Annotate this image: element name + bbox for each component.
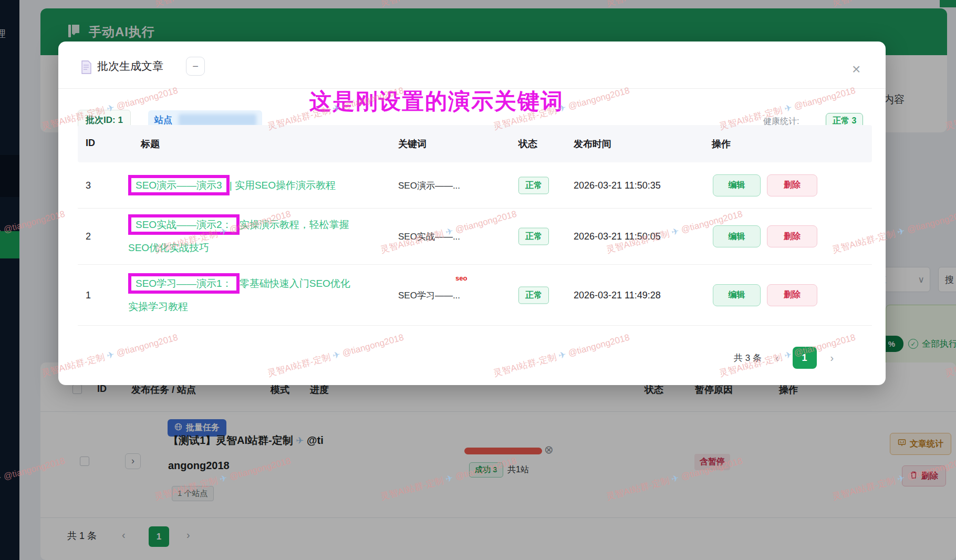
col-header-id: ID	[86, 138, 95, 149]
articles-table: ID 标题 关键词 状态 发布时间 操作 3 SEO演示——演示3| 实用SEO…	[78, 125, 872, 326]
edit-button[interactable]: 编辑	[713, 284, 761, 306]
article-title-link[interactable]: SEO演示——演示3| 实用SEO操作演示教程	[128, 174, 375, 197]
publish-time: 2026-03-21 11:49:28	[574, 289, 661, 300]
document-icon	[81, 60, 92, 77]
col-header-status: 状态	[518, 138, 537, 150]
table-row: 2 SEO实战——演示2：实操演示教程，轻松掌握SEO优化实战技巧 SEO实战—…	[78, 209, 872, 265]
edit-button[interactable]: 编辑	[713, 174, 761, 196]
pagination-total: 共 3 条	[734, 352, 762, 364]
table-row: 1 SEO学习——演示1：零基础快速入门SEO优化实操学习教程 SEO学习——.…	[78, 265, 872, 326]
annotation-highlight-box: SEO演示——演示3	[128, 175, 230, 195]
article-id: 3	[86, 180, 91, 191]
site-tag-label: 站点	[154, 114, 172, 126]
status-badge: 正常	[518, 286, 549, 304]
col-header-keyword: 关键词	[398, 138, 427, 150]
delete-button[interactable]: 删除	[767, 284, 817, 306]
edit-button[interactable]: 编辑	[713, 225, 761, 247]
page-button[interactable]: 1	[793, 347, 817, 369]
table-header-row: ID 标题 关键词 状态 发布时间 操作	[78, 125, 872, 162]
annotation-highlight-box: SEO学习——演示1：	[128, 273, 240, 294]
article-title-link[interactable]: SEO学习——演示1：零基础快速入门SEO优化实操学习教程	[128, 272, 357, 318]
batch-articles-modal: 批次生成文章 − × 这是刚设置的演示关键词 批次ID: 1 站点 健康统计: …	[58, 42, 886, 385]
prev-page-icon[interactable]: ‹	[775, 352, 779, 364]
annotation-text: 这是刚设置的演示关键词	[309, 87, 564, 116]
keyword-cell: SEO实战——...	[398, 231, 460, 243]
col-header-actions: 操作	[712, 138, 731, 150]
keyword-cell: SEO学习——...	[398, 289, 460, 301]
delete-button[interactable]: 删除	[767, 225, 817, 247]
close-icon[interactable]: ×	[849, 61, 864, 77]
col-header-title: 标题	[141, 138, 160, 150]
keyword-cell: SEO演示——...	[398, 179, 460, 191]
modal-title: 批次生成文章	[97, 59, 163, 74]
status-badge: 正常	[518, 177, 549, 194]
modal-pagination: 共 3 条 ‹ 1 ›	[734, 347, 834, 369]
delete-button[interactable]: 删除	[767, 174, 817, 196]
stray-seo-label: seo	[455, 274, 467, 282]
next-page-icon[interactable]: ›	[830, 352, 834, 364]
article-title-link[interactable]: SEO实战——演示2：实操演示教程，轻松掌握SEO优化实战技巧	[128, 213, 357, 260]
table-row: 3 SEO演示——演示3| 实用SEO操作演示教程 SEO演示——... 正常 …	[78, 162, 872, 209]
redacted-site-name	[179, 114, 256, 126]
annotation-highlight-box: SEO实战——演示2：	[128, 214, 240, 235]
article-id: 2	[86, 231, 91, 242]
publish-time: 2026-03-21 11:50:05	[574, 231, 661, 242]
minimize-button[interactable]: −	[186, 57, 205, 76]
publish-time: 2026-03-21 11:50:35	[574, 180, 661, 191]
status-badge: 正常	[518, 228, 549, 245]
col-header-time: 发布时间	[574, 138, 611, 150]
article-id: 1	[86, 289, 91, 300]
